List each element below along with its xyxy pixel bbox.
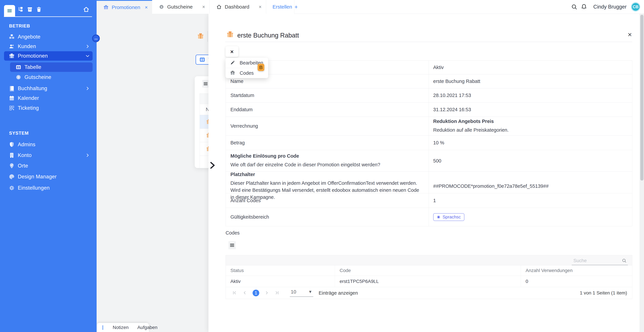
svg-text:$: $ [161,6,162,8]
sidebar-section-betrieb: BETRIEB [9,23,30,29]
page-title: erste Buchung Rabatt [237,32,299,39]
hamburger-icon [7,8,12,13]
sidebar-menu-button[interactable] [4,5,15,16]
search-input[interactable]: Suche [572,256,628,265]
gift-icon [226,30,234,38]
actions-menu-toggle[interactable]: × [226,46,238,57]
sidebar-item-konto[interactable]: Konto [4,151,92,160]
tab-erstellen[interactable]: Erstellen + [266,0,294,14]
sidebar-item-buchhaltung[interactable]: Buchhaltung [4,84,92,93]
table-row: Enddatum 31.12.2024 16:53 [226,103,632,117]
search-icon[interactable] [571,3,578,10]
last-page-icon[interactable] [274,290,280,296]
radio-icon [437,215,440,219]
chevron-right-icon [85,86,90,91]
promotion-detail-table: Aktiv Name erste Buchung Rabatt Startdat… [226,60,632,226]
pencil-icon [230,60,236,66]
codes-toolbar: Suche [226,255,632,265]
table-row: Platzhalter Dieser Platzhalter kann in j… [226,172,632,193]
qr-ticket-icon [8,105,15,111]
resize-arrows-icon: ↔ [94,36,98,41]
tab-gutscheine[interactable]: $ Gutscheine × [152,0,210,14]
prev-page-icon[interactable] [242,290,248,296]
user-name[interactable]: Cindy Brugger [593,4,626,10]
home-icon [216,4,222,10]
gift-icon [8,53,15,59]
close-icon[interactable]: × [628,31,632,38]
page-size-select[interactable]: 10 ▼ [290,289,313,297]
scrollbar-thumb[interactable] [640,15,644,180]
plus-icon: + [294,4,298,10]
close-icon[interactable]: × [202,4,205,9]
table-row: Gültigkeitsbereich Sprachsc [226,208,632,226]
sidebar-item-kalender[interactable]: Kalender [4,93,92,103]
first-page-icon[interactable] [232,290,238,296]
collapse-panel-button[interactable] [208,161,217,170]
sidebar-header [0,0,96,17]
next-page-icon[interactable] [264,290,270,296]
table-menu-button[interactable] [202,80,208,88]
gear-icon [8,184,15,191]
shortcut-badge: B [258,64,264,71]
sidebar-resize-handle[interactable]: ↔ [92,34,100,42]
calendar-icon [8,95,15,102]
app-root: BETRIEB Angebote Kunden Promotionen [0,0,644,332]
sidebar-item-einstellungen[interactable]: Einstellungen [4,183,92,193]
home-icon[interactable] [83,6,90,13]
chevron-down-icon [85,54,90,58]
sidebar-item-gutscheine[interactable]: $ Gutscheine [10,73,92,82]
close-icon: × [230,48,234,55]
codes-section-label: Codes [226,230,240,236]
column-status[interactable]: Status [226,265,335,276]
promotions-table-card: N [195,76,208,168]
current-page-button[interactable]: 1 [252,290,259,296]
sidebar-item-tabelle[interactable]: Tabelle [10,62,92,72]
sitemap-icon[interactable] [18,6,24,13]
shield-icon [8,141,15,148]
sidebar-item-ticketing[interactable]: Ticketing [4,103,92,113]
tabelle-view-button[interactable]: T [196,55,208,65]
voucher-icon: $ [158,4,164,10]
sidebar-item-orte[interactable]: Orte [4,161,92,170]
search-icon[interactable] [622,258,627,263]
building-icon [8,152,15,159]
chevron-right-icon [85,153,90,158]
users-icon [8,43,15,50]
mini-table-header: N [200,104,208,115]
bottom-dock: ⋮ Notizen Aufgaben [97,323,149,332]
avatar[interactable]: CB [631,2,640,11]
sidebar-item-kunden[interactable]: Kunden [4,42,92,51]
close-icon[interactable]: × [145,5,148,10]
table-row[interactable] [200,115,208,129]
gueltigkeitsbereich-chip[interactable]: Sprachsc [433,213,464,221]
column-code[interactable]: Code [335,265,521,276]
trash-icon[interactable] [36,6,42,13]
gift-icon [197,32,204,40]
scrollbar[interactable] [640,14,644,332]
table-icon [199,56,206,63]
codes-menu-button[interactable] [228,241,236,249]
sidebar-section-system: SYSTEM [9,131,29,136]
voucher-icon: $ [15,74,22,81]
caret-down-icon: ▼ [308,290,312,294]
close-icon[interactable]: × [258,4,262,9]
sidebar-item-design-manager[interactable]: Design Manager [4,172,92,181]
table-row[interactable] [200,129,208,142]
table-row[interactable]: Aktiv erst1TPC5P6A9LL 0 [226,276,632,287]
bell-icon[interactable] [580,3,587,10]
sidebar-item-promotionen[interactable]: Promotionen [4,51,92,61]
mini-table-pagination[interactable] [200,156,208,168]
promotions-mini-table: N [200,93,208,168]
chevron-right-icon [85,44,90,49]
tab-dashboard[interactable]: Dashboard × [210,0,266,14]
archive-icon[interactable] [26,6,33,13]
book-icon [8,85,15,92]
aufgaben-button[interactable]: Aufgaben [133,325,162,330]
table-row[interactable] [200,142,208,156]
sidebar-item-angebote[interactable]: Angebote [4,32,92,41]
vertical-dots-icon[interactable]: ⋮ [100,325,105,331]
notizen-button[interactable]: Notizen [108,325,133,330]
column-anzahl-verwendungen[interactable]: Anzahl Verwendungen [521,265,632,276]
tab-promotionen[interactable]: Promotionen × [96,0,152,14]
sidebar-item-admins[interactable]: Admins [4,140,92,149]
